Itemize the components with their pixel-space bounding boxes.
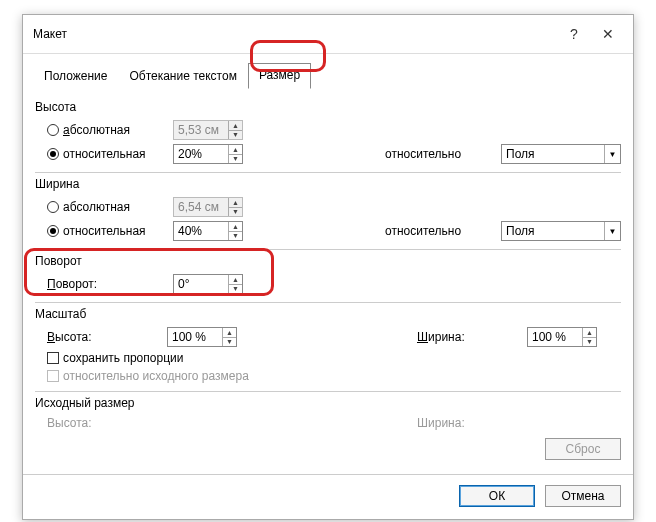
orig-height-label: Высота:: [47, 416, 167, 430]
chevron-down-icon[interactable]: ▼: [604, 222, 620, 240]
spin-up-icon[interactable]: ▲: [229, 121, 242, 131]
orig-width-label: Ширина:: [417, 416, 527, 430]
relative-original-checkbox: относительно исходного размера: [47, 369, 249, 383]
radio-width-absolute[interactable]: абсолютная: [47, 200, 167, 214]
spin-down-icon[interactable]: ▼: [583, 338, 596, 347]
ok-button[interactable]: ОК: [459, 485, 535, 507]
scale-width-spinner[interactable]: ▲▼: [527, 327, 597, 347]
width-relative-spinner[interactable]: ▲▼: [173, 221, 243, 241]
dialog-title: Макет: [33, 27, 557, 41]
spin-up-icon[interactable]: ▲: [229, 222, 242, 232]
height-relative-to-combo[interactable]: Поля ▼: [501, 144, 621, 164]
scale-height-input[interactable]: [168, 328, 222, 346]
spin-up-icon[interactable]: ▲: [583, 328, 596, 338]
spin-up-icon[interactable]: ▲: [229, 145, 242, 155]
height-relative-spinner[interactable]: ▲▼: [173, 144, 243, 164]
dialog-footer: ОК Отмена: [23, 474, 633, 519]
rotation-label: Поворот:: [47, 277, 97, 291]
height-relative-to-value: Поля: [502, 145, 604, 163]
radio-height-absolute[interactable]: абсолютная: [47, 123, 167, 137]
scale-width-input[interactable]: [528, 328, 582, 346]
width-absolute-input[interactable]: [174, 198, 228, 216]
width-relative-to-label: относительно: [385, 224, 495, 238]
group-rotation: Поворот: [35, 249, 621, 272]
group-height: Высота: [35, 96, 621, 118]
close-button[interactable]: ✕: [591, 23, 625, 45]
scale-height-label: Высота:: [47, 330, 167, 344]
spin-down-icon[interactable]: ▼: [223, 338, 236, 347]
tab-wrap[interactable]: Обтекание текстом: [118, 64, 247, 89]
radio-height-relative[interactable]: относительная: [47, 147, 167, 161]
width-relative-to-value: Поля: [502, 222, 604, 240]
height-absolute-spinner[interactable]: ▲▼: [173, 120, 243, 140]
tab-strip: Положение Обтекание текстом Размер: [23, 54, 633, 88]
spin-down-icon[interactable]: ▼: [229, 155, 242, 164]
spin-up-icon[interactable]: ▲: [229, 275, 242, 285]
height-relative-input[interactable]: [174, 145, 228, 163]
height-relative-to-label: относительно: [385, 147, 495, 161]
group-width: Ширина: [35, 172, 621, 195]
cancel-button[interactable]: Отмена: [545, 485, 621, 507]
layout-dialog: Макет ? ✕ Положение Обтекание текстом Ра…: [22, 14, 634, 520]
width-absolute-spinner[interactable]: ▲▼: [173, 197, 243, 217]
spin-down-icon[interactable]: ▼: [229, 208, 242, 217]
titlebar: Макет ? ✕: [23, 15, 633, 54]
spin-down-icon[interactable]: ▼: [229, 131, 242, 140]
scale-height-spinner[interactable]: ▲▼: [167, 327, 237, 347]
spin-up-icon[interactable]: ▲: [229, 198, 242, 208]
tab-size[interactable]: Размер: [248, 63, 311, 89]
lock-aspect-checkbox[interactable]: сохранить пропорции: [47, 351, 183, 365]
chevron-down-icon[interactable]: ▼: [604, 145, 620, 163]
spin-up-icon[interactable]: ▲: [223, 328, 236, 338]
height-absolute-input[interactable]: [174, 121, 228, 139]
reset-button[interactable]: Сброс: [545, 438, 621, 460]
width-relative-input[interactable]: [174, 222, 228, 240]
scale-width-label: Ширина:: [417, 330, 527, 344]
dialog-body: Высота абсолютная ▲▼ относительная ▲▼ от…: [23, 88, 633, 468]
spin-down-icon[interactable]: ▼: [229, 285, 242, 294]
group-scale: Масштаб: [35, 302, 621, 325]
width-relative-to-combo[interactable]: Поля ▼: [501, 221, 621, 241]
help-button[interactable]: ?: [557, 23, 591, 45]
rotation-spinner[interactable]: ▲▼: [173, 274, 243, 294]
spin-down-icon[interactable]: ▼: [229, 232, 242, 241]
radio-width-relative[interactable]: относительная: [47, 224, 167, 238]
tab-position[interactable]: Положение: [33, 64, 118, 89]
rotation-input[interactable]: [174, 275, 228, 293]
group-original-size: Исходный размер: [35, 391, 621, 414]
